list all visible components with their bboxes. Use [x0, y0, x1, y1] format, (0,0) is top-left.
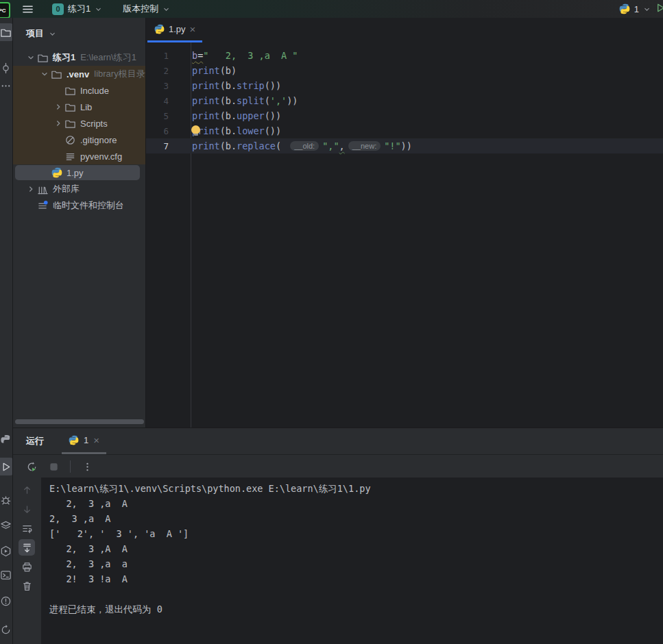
console-line — [49, 586, 663, 602]
run-button[interactable] — [655, 2, 663, 16]
tree-item-Lib[interactable]: Lib — [12, 99, 145, 115]
stripe-terminal-button[interactable] — [0, 566, 13, 584]
stripe-problems-button[interactable] — [0, 592, 13, 610]
library-icon — [37, 184, 49, 195]
run-tab-1[interactable]: 1 × — [62, 428, 106, 454]
chevron-down-icon — [95, 5, 102, 13]
tree-item-Include[interactable]: Include — [12, 82, 145, 99]
stripe-python-console-button[interactable] — [0, 542, 13, 560]
soft-wrap-icon — [21, 523, 33, 534]
arrow-up-icon — [21, 484, 33, 496]
tree-item-.venv[interactable]: .venv library根目录 — [12, 66, 145, 82]
run-tab-title: 1 — [84, 435, 88, 445]
console-scroll-to-end-button[interactable] — [19, 539, 35, 556]
project-horizontal-scrollbar[interactable] — [15, 419, 144, 424]
code-line-2[interactable]: 2 print(b) — [146, 63, 663, 78]
console-line: 2, 3 ,a A — [49, 496, 663, 511]
chevron-right-icon[interactable] — [52, 119, 64, 127]
run-config-name: 1 — [634, 4, 639, 14]
console-arrow-down-button[interactable] — [19, 501, 35, 517]
stop-button[interactable] — [45, 458, 62, 475]
code-token: ()) — [265, 110, 281, 121]
python-packages-icon — [0, 434, 12, 445]
project-panel-header[interactable]: 项目 — [12, 18, 145, 49]
tree-item-label: 临时文件和控制台 — [53, 199, 124, 212]
console-line: 2, 3 ,a A — [49, 511, 663, 526]
run-configuration-selector[interactable]: 1 — [619, 3, 651, 14]
code-token: upper — [237, 110, 265, 121]
stripe-debug-button[interactable] — [0, 491, 13, 508]
chevron-down-icon[interactable] — [25, 53, 37, 62]
stripe-python-packages-button[interactable] — [0, 430, 13, 448]
tree-item-外部库[interactable]: 外部库 — [12, 181, 145, 197]
code-area[interactable]: 1 b=" 2, 3 ,a A " 2 print(b) 3 print(b.s… — [146, 42, 663, 153]
chevron-right-icon[interactable] — [25, 185, 37, 193]
services-icon — [0, 520, 12, 532]
tree-item-练习1[interactable]: 练习1 E:\learn\练习1 — [12, 49, 145, 66]
run-panel-title[interactable]: 运行 — [26, 435, 44, 447]
stripe-project-folder-button[interactable] — [0, 23, 13, 41]
console-line: 2, 3 ,a a — [49, 556, 663, 571]
console-soft-wrap-button[interactable] — [19, 520, 35, 536]
code-token: print — [192, 80, 220, 91]
code-line-4[interactable]: 4 print(b.split(',')) — [146, 93, 663, 108]
code-line-3[interactable]: 3 print(b.strip()) — [146, 78, 663, 93]
code-line-5[interactable]: 5 print(b.upper()) — [146, 108, 663, 123]
stripe-services-button[interactable] — [0, 517, 13, 534]
pycharm-window: PC 0 练习1 版本控制 — [0, 0, 663, 644]
chevron-down-icon — [49, 30, 56, 38]
code-token: replace — [237, 140, 276, 151]
tree-item-.gitignore[interactable]: .gitignore — [12, 132, 145, 148]
folder-icon — [64, 101, 76, 113]
stripe-vcs-update-button[interactable] — [0, 621, 13, 639]
terminal-icon — [0, 569, 12, 581]
python-logo-icon — [619, 3, 630, 14]
stripe-commit-button[interactable] — [0, 59, 13, 77]
close-icon[interactable]: × — [93, 435, 99, 445]
line-number: 2 — [146, 66, 169, 76]
rerun-button[interactable] — [23, 458, 40, 475]
tree-item-临时文件和控制台[interactable]: 临时文件和控制台 — [12, 197, 145, 214]
editor-tab-1py[interactable]: 1.py × — [147, 18, 202, 42]
debug-icon — [0, 494, 12, 506]
code-line-1[interactable]: 1 b=" 2, 3 ,a A " — [146, 48, 663, 63]
vcs-widget[interactable]: 版本控制 — [120, 1, 173, 16]
run-icon — [0, 461, 12, 473]
console-output[interactable]: E:\learn\练习1\.venv\Scripts\python.exe E:… — [41, 478, 663, 644]
code-token: (b. — [220, 125, 237, 136]
folder-icon — [37, 52, 49, 64]
console-print-button[interactable] — [19, 558, 35, 575]
tree-item-label: .gitignore — [80, 135, 117, 145]
close-icon[interactable]: × — [190, 24, 196, 34]
console-clear-all-button[interactable] — [19, 578, 35, 594]
project-name: 练习1 — [68, 3, 91, 15]
stripe-more-tools-button[interactable] — [0, 77, 13, 95]
tree-item-label: Scripts — [80, 119, 108, 129]
code-token: "," — [322, 140, 339, 151]
line-number: 5 — [146, 111, 169, 121]
code-token: print — [192, 95, 220, 106]
intention-bulb-icon[interactable] — [191, 125, 200, 134]
code-token: b — [192, 50, 197, 61]
tree-item-pyvenv.cfg[interactable]: pyvenv.cfg — [12, 148, 145, 164]
main-menu-button[interactable] — [21, 2, 34, 16]
code-line-6[interactable]: 6 print(b.lower()) — [146, 123, 663, 138]
tree-item-label: 1.py — [67, 168, 84, 178]
stripe-run-button[interactable] — [0, 458, 13, 475]
project-widget[interactable]: 0 练习1 — [49, 1, 105, 16]
console-arrow-up-button[interactable] — [19, 482, 35, 498]
code-token: " 2, 3 ,a A " — [203, 50, 298, 61]
more-options-button[interactable] — [79, 458, 95, 475]
tree-item-Scripts[interactable]: Scripts — [12, 115, 145, 132]
code-line-7[interactable]: 7 print(b.replace( __old:",",__new:"!")) — [146, 138, 663, 153]
code-token: ( — [276, 140, 287, 151]
console-line: 2! 3 !a A — [49, 571, 663, 586]
tree-item-1.py[interactable]: 1.py — [12, 164, 145, 181]
chevron-right-icon[interactable] — [52, 103, 64, 111]
tree-item-label: 练习1 — [53, 51, 75, 64]
editor-tab-bar: 1.py × — [146, 18, 663, 42]
chevron-down-icon[interactable] — [38, 70, 51, 78]
console-area: E:\learn\练习1\.venv\Scripts\python.exe E:… — [12, 478, 663, 644]
tool-window-stripe — [0, 18, 13, 644]
project-badge-icon: 0 — [52, 3, 64, 15]
